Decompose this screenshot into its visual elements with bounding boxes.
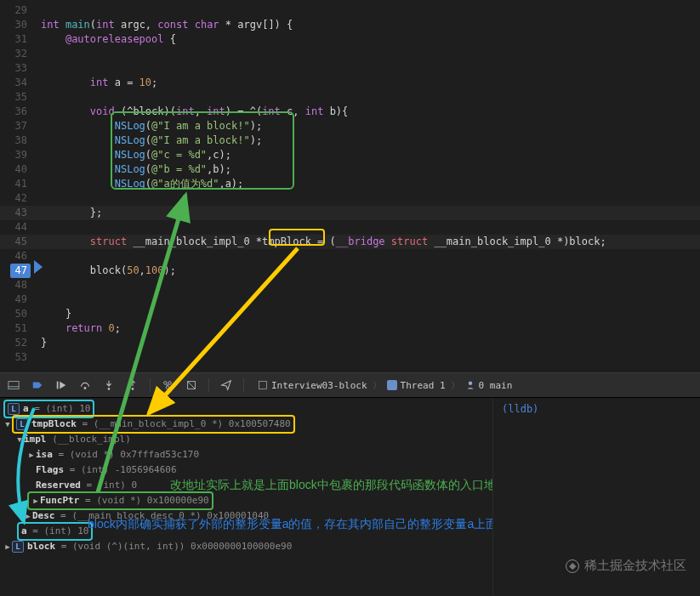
var-block-name: block <box>27 539 55 554</box>
watermark-text: 稀土掘金技术社区 <box>584 558 686 574</box>
svg-point-4 <box>108 388 111 390</box>
svg-point-5 <box>132 388 134 390</box>
debug-view-icon[interactable] <box>161 378 174 392</box>
disclosure-triangle[interactable]: ▼ <box>15 432 24 447</box>
continue-icon[interactable] <box>54 378 68 392</box>
thread-icon <box>387 380 397 390</box>
local-var-icon: L <box>16 418 28 430</box>
var-isa-val: = (void *) 0x7fffad53c170 <box>53 447 199 463</box>
svg-point-14 <box>468 382 472 386</box>
var-tmpblock-val: = (__main_block_impl_0 *) 0x100507480 <box>77 417 291 432</box>
hide-debug-icon[interactable] <box>7 378 20 392</box>
breakpoints-icon[interactable] <box>31 378 44 392</box>
var-funcptr-name: FuncPtr <box>40 493 79 508</box>
breadcrumb-frame: 0 main <box>479 380 513 391</box>
var-funcptr-val: = (void *) 0x100000e90 <box>79 493 208 508</box>
var-impl-val: (__block_impl) <box>47 432 131 447</box>
debug-breadcrumb[interactable]: Interview03-block 〉 Thread 1 〉 0 main <box>258 379 512 392</box>
code-area[interactable]: int main(int argc, const char * argv[]) … <box>34 0 700 372</box>
svg-rect-0 <box>9 382 19 389</box>
var-impl-name: impl <box>24 432 47 447</box>
step-out-icon[interactable] <box>126 378 139 392</box>
watermark-icon: ◆ <box>566 559 579 573</box>
variables-view[interactable]: L a = (int) 10 ▼ L tmpBlock = (__main_bl… <box>0 398 493 596</box>
var-flags-name: Flags <box>36 463 64 478</box>
svg-rect-2 <box>57 382 59 389</box>
annotation-text-blue: block内部确实捕获了外部的整形变量a的值，存在其内部自己的整形变量a上面 <box>88 517 493 532</box>
watermark: ◆ 稀土掘金技术社区 <box>566 558 686 574</box>
location-icon[interactable] <box>219 378 233 392</box>
annotation-text-green: 改地址实际上就是上面block中包裹的那段代码函数体的入口地址 <box>170 478 493 493</box>
step-into-icon[interactable] <box>102 378 116 392</box>
step-over-icon[interactable] <box>78 378 92 392</box>
var-a-inner-name: a <box>21 524 27 539</box>
memory-graph-icon[interactable] <box>185 378 198 392</box>
breadcrumb-project: Interview03-block <box>271 380 367 391</box>
var-a-inner-val: = (int) 10 <box>27 524 89 539</box>
svg-point-8 <box>166 386 169 389</box>
var-block-val: = (void (^)(int, int)) 0x0000000100000e9… <box>55 539 292 554</box>
local-var-icon: L <box>8 403 20 415</box>
var-flags-val: = (int) -1056964606 <box>64 463 176 478</box>
svg-point-3 <box>84 388 86 389</box>
breadcrumb-thread: Thread 1 <box>401 380 446 391</box>
local-var-icon: L <box>12 541 24 553</box>
disclosure-triangle[interactable]: ▶ <box>31 493 40 508</box>
var-isa-name: isa <box>36 447 53 463</box>
debug-toolbar: Interview03-block 〉 Thread 1 〉 0 main <box>0 372 700 398</box>
disclosure-triangle[interactable]: ▼ <box>3 417 12 432</box>
line-gutter: 2930313233343536373839404142434445464748… <box>0 0 34 372</box>
console-prompt: (lldb) <box>502 403 538 415</box>
svg-rect-13 <box>259 382 267 389</box>
var-tmpblock-name: tmpBlock <box>31 417 77 432</box>
disclosure-triangle[interactable]: ▶ <box>3 539 12 554</box>
person-icon <box>465 380 475 390</box>
current-line-marker <box>34 260 43 274</box>
disclosure-triangle[interactable]: ▶ <box>27 447 36 463</box>
code-editor[interactable]: 2930313233343536373839404142434445464748… <box>0 0 700 372</box>
svg-line-12 <box>188 382 196 389</box>
